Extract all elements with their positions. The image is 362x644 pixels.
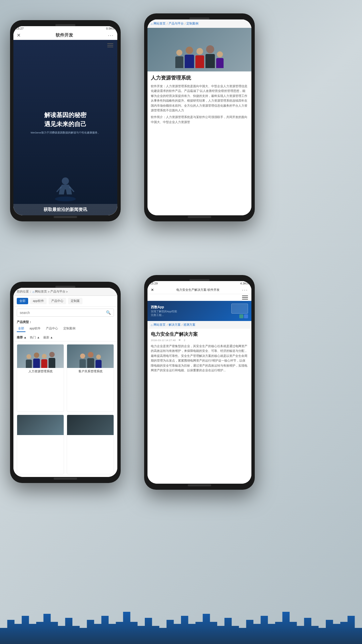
phone-3-search-input[interactable] [20,311,106,315]
phone-4-banner-diagram [231,304,248,318]
phone-4-article-date: 2018-03-12 14:27:40 [151,339,176,342]
phone-3-product-card-2[interactable]: 客户关系管理系统 [67,344,114,412]
phone-2-article-image [147,28,251,71]
phone-1-hero-sub: WeGene致力于消费级基因数据的解读与个性化健康服务。 [24,131,107,135]
phone-3-home-icon[interactable]: ⌂ [33,290,34,293]
phone-1-more-menu[interactable]: ··· [108,33,114,38]
phone-4-close-icon[interactable]: ✕ [151,288,154,292]
phone-1-screen: 15:27 0.5K/s ✕ 软件开发 ··· 解读基因的秘密 遇见未来的自己 [13,26,117,215]
phone-2-article-title: 人力资源管理系统 [151,75,248,81]
phone-2-breadcrumb-item2[interactable]: 定制案例 [186,21,198,26]
phone-4-banner-desc: 完善工能... [151,313,177,317]
phone-4-title: 电力安全生产解决方案-软件开发 [154,288,242,292]
phone-1-network: 0.5K/s [106,27,115,30]
phone-4-breadcrumb-item2[interactable]: 巡测方案 [183,323,195,327]
phone-3-search-bar[interactable]: 🔍 [17,309,114,317]
phone-2-breadcrumb: ⌂ 网站首页 / 产品与平台 / 定制案例 [147,19,251,28]
phone-3-card-4-label [67,435,114,438]
phone-2-article-body-1: 软件开发：人力资源管理系统是面向中国大、中型企业人力资源管理信息化建设需求的软件… [151,84,248,113]
phone-3-card-1-image [17,344,64,368]
phone-3-item1[interactable]: 产品与平台 [50,289,65,294]
phone-3-tabs: 全部 app软件 产品中心 定制案 [13,296,117,307]
phone-3-tab-all[interactable]: 全部 [17,298,28,304]
phone-4-promo-banner: 西数App 实现了解您的App性能 完善工能... [147,301,251,321]
phone-3-tab-app[interactable]: app软件 [30,298,47,304]
phone-3-category-label: 产品类型： [13,319,117,326]
city-skyline [0,604,362,644]
phone-3-card-4-image [67,415,114,435]
phone-4-network: 4.3K/s [240,282,249,285]
phone-4-sep1: / [167,323,168,327]
phone-4-banner-subtitle: 实现了解您的App性能 [151,310,177,313]
person-3 [195,48,204,68]
phone-3-sort-hot[interactable]: 热门 ▲ [30,335,40,340]
phone-3-card-3-image [17,415,64,435]
phone-3-product-grid: 人力资源管理系统 [13,341,117,477]
phone-4-header: ✕ 电力安全生产解决方案-软件开发 ··· [147,286,251,294]
phone-3-product-card-4[interactable] [67,415,114,475]
phone-4-breadcrumb-home[interactable]: 网站首页 [154,323,166,327]
phone-2-sep1: / [167,22,168,25]
phone-3-screen: 您的位置： ⌂ 网站首页 > 产品与平台 > 全部 app软件 产品中心 定制案… [13,288,117,477]
phone-4-nav-bar [147,294,251,301]
svg-point-0 [55,197,76,201]
phone-1: 15:27 0.5K/s ✕ 软件开发 ··· 解读基因的秘密 遇见未来的自己 [10,20,121,221]
phone-3-cat-center[interactable]: 产品中心 [45,326,59,332]
phone-4-breadcrumb: ⌂ 网站首页 / 解决方案 / 巡测方案 [147,321,251,329]
phone-1-footer-text: 获取最前沿的新闻资讯 [44,207,87,212]
phone-2-sep2: / [185,22,186,25]
phone-3-sep2: > [66,290,68,293]
phone-3-sep1: > [48,290,49,293]
phone-2-article-body-2: 软件简介：人力资源管理系统是与某软件公司强强联手，共同开发的面向中国大、中型企业… [151,115,248,124]
phone-4-home-icon[interactable]: ⌂ [151,323,153,327]
phone-3-product-card-1[interactable]: 人力资源管理系统 [17,344,64,412]
phone-2-breadcrumb-item1[interactable]: 产品与平台 [169,21,184,26]
phone-1-hero-headline: 解读基因的秘密 遇见未来的自己 [44,111,86,129]
phone-3-tab-custom[interactable]: 定制案 [68,298,82,304]
person-4 [205,45,215,68]
phone-1-status-bar: 15:27 0.5K/s [13,26,117,31]
phone-4-more-menu[interactable]: ··· [242,287,248,292]
phone-3-sort-recommend[interactable]: 推荐 ▲ [17,335,26,340]
phone-1-silhouette-icon [50,175,80,202]
svg-point-1 [62,177,69,184]
phone-3-location: 您的位置： ⌂ 网站首页 > 产品与平台 > [13,288,117,296]
phone-3-tab-center[interactable]: 产品中心 [49,298,66,304]
phone-3-cat-all[interactable]: 全部 [17,326,25,332]
phone-3-cat-custom[interactable]: 定制案例 [62,326,77,332]
phone-4-status-bar: 15:29 4.3K/s [147,281,251,286]
phone-4-article-title: 电力安全生产解决方案 [147,329,251,339]
phone-2-content: ⌂ 网站首页 / 产品与平台 / 定制案例 [147,19,251,215]
phone-1-footer-bar: 获取最前沿的新闻资讯 [13,204,117,215]
phone-1-nav-icon[interactable] [107,43,113,47]
phone-4-breadcrumb-item1[interactable]: 解决方案 [169,323,181,327]
phone-3-location-label: 您的位置： [17,289,32,294]
person-5 [216,51,224,68]
phone-3-sort-row: 推荐 ▲ 热门 ▲ 最新 ▲ [13,334,117,341]
phone-4-content: 15:29 4.3K/s ✕ 电力安全生产解决方案-软件开发 ··· [147,281,251,484]
phone-3-cat-app[interactable]: app软件 [28,326,42,332]
phone-4-nav-icon[interactable] [242,296,248,300]
phone-4-article-views: 2 [184,339,185,342]
phone-3-card-2-label: 客户关系管理系统 [67,368,114,375]
phone-2: ⌂ 网站首页 / 产品与平台 / 定制案例 [144,13,255,221]
phone-1-header: ✕ 软件开发 ··· [13,31,117,40]
phone-2-home-icon[interactable]: ⌂ [151,22,153,25]
phone-1-content: 15:27 0.5K/s ✕ 软件开发 ··· 解读基因的秘密 遇见未来的自己 [13,26,117,215]
phone-4-article-body: 电力企业是资产密集型的企业，其安全生产的核心任务就是通过电网资产的高效运转与有效… [147,344,251,373]
phone-3-product-card-3[interactable] [17,415,64,475]
phone-2-breadcrumb-home[interactable]: 网站首页 [154,21,166,26]
phone-1-time: 15:27 [16,27,24,30]
phone-4-article-meta: 2018-03-12 14:27:40 👁 2 [147,339,251,344]
phone-3-search-icon[interactable]: 🔍 [106,310,111,315]
phone-3-sort-latest[interactable]: 最新 ▲ [43,335,53,340]
phone-3: 您的位置： ⌂ 网站首页 > 产品与平台 > 全部 app软件 产品中心 定制案… [10,282,121,483]
person-1 [175,50,183,68]
phone-2-screen: ⌂ 网站首页 / 产品与平台 / 定制案例 [147,19,251,215]
phone-3-home-label[interactable]: 网站首页 [35,289,47,294]
phone-1-close-icon[interactable]: ✕ [17,33,21,38]
phone-1-title: 软件开发 [56,32,73,38]
phone-3-card-2-image [67,344,114,368]
phone-4-time: 15:29 [150,282,158,285]
phone-2-people-illustration [175,28,224,71]
